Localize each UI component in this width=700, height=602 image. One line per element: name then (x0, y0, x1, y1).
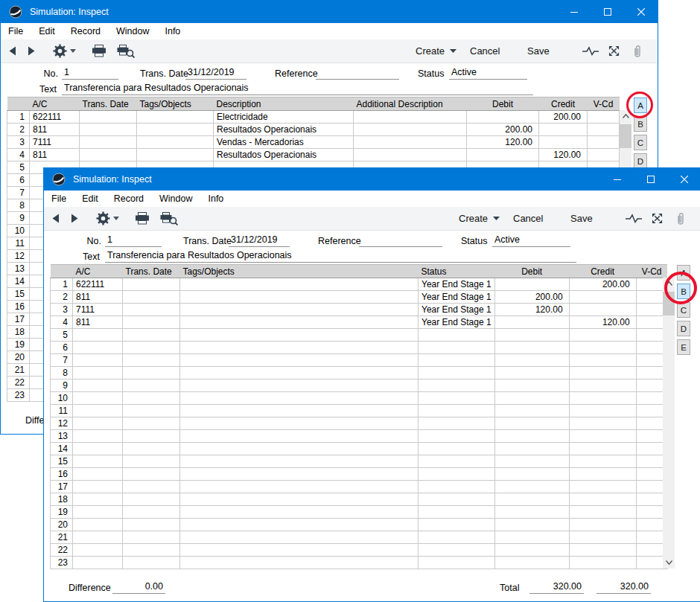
row-number[interactable]: 21 (7, 364, 30, 377)
cell-status[interactable] (419, 468, 495, 481)
menu-item-record[interactable]: Record (114, 193, 144, 204)
cell-tags[interactable] (180, 316, 419, 329)
cell-debit[interactable] (494, 443, 569, 455)
row-number[interactable]: 6 (51, 342, 73, 354)
row-number[interactable]: 19 (7, 339, 30, 351)
cell-credit[interactable] (569, 430, 636, 443)
maximize-button[interactable] (634, 168, 667, 190)
cell-credit[interactable] (569, 405, 636, 417)
cell-status[interactable] (419, 380, 495, 392)
cell-debit[interactable] (494, 519, 569, 531)
cell-status[interactable] (419, 430, 495, 443)
cell-ac[interactable]: 811 (30, 149, 80, 161)
row-number[interactable]: 3 (51, 304, 73, 316)
cell-status[interactable] (419, 544, 495, 557)
flip-tab-d[interactable]: D (634, 153, 647, 169)
row-number[interactable]: 22 (51, 544, 73, 557)
cell-debit[interactable] (494, 430, 569, 443)
row-number[interactable]: 19 (51, 506, 73, 519)
cell-date[interactable] (123, 493, 180, 506)
row-number[interactable]: 12 (7, 250, 30, 263)
titlebar[interactable]: Simulation: Inspect (44, 168, 700, 190)
cell-credit[interactable] (569, 455, 636, 468)
menu-item-file[interactable]: File (8, 26, 23, 36)
row-number[interactable]: 4 (7, 149, 30, 161)
print-preview-button[interactable] (160, 207, 178, 230)
cell-ac[interactable] (73, 557, 123, 569)
cell-credit[interactable] (569, 367, 636, 380)
cell-status[interactable] (419, 405, 495, 417)
row-number[interactable]: 22 (7, 377, 30, 389)
activity-pulse-icon[interactable] (626, 207, 642, 230)
cell-date[interactable] (123, 316, 180, 329)
maximize-button[interactable] (591, 1, 624, 23)
flip-tab-e[interactable]: E (677, 339, 690, 355)
row-number[interactable]: 17 (7, 313, 30, 326)
cell-debit[interactable] (494, 329, 569, 342)
row-number[interactable]: 20 (7, 351, 30, 364)
cell-vcd[interactable] (588, 124, 620, 136)
row-number[interactable]: 16 (7, 301, 30, 313)
cell-credit[interactable] (569, 468, 636, 481)
no-field[interactable]: 1 (105, 234, 162, 247)
cell-credit[interactable]: 120.00 (569, 316, 636, 329)
cell-status[interactable]: Year End Stage 1 (419, 278, 495, 291)
cell-ac[interactable]: 7111 (73, 304, 123, 316)
cell-ac[interactable] (73, 493, 123, 506)
row-number[interactable]: 3 (7, 136, 30, 149)
row-number[interactable]: 6 (7, 174, 30, 187)
cell-credit[interactable] (539, 136, 588, 149)
cell-debit[interactable]: 120.00 (494, 304, 569, 316)
cell-adesc[interactable] (354, 149, 467, 161)
cell-credit[interactable] (569, 506, 636, 519)
cell-ac[interactable] (73, 342, 123, 354)
row-number[interactable]: 13 (7, 263, 30, 275)
cell-debit[interactable] (467, 111, 539, 124)
menu-item-info[interactable]: Info (208, 193, 223, 204)
cell-ac[interactable] (73, 455, 123, 468)
cell-debit[interactable] (467, 149, 539, 161)
cell-ac[interactable]: 622111 (30, 111, 80, 124)
cell-status[interactable] (419, 354, 495, 367)
cell-debit[interactable] (494, 455, 569, 468)
next-record-button[interactable] (71, 207, 79, 230)
cell-debit[interactable] (494, 367, 569, 380)
cell-date[interactable] (123, 342, 180, 354)
cell-date[interactable] (80, 149, 137, 161)
row-number[interactable]: 4 (51, 316, 73, 329)
cell-debit[interactable] (494, 405, 569, 417)
row-number[interactable]: 10 (7, 225, 30, 237)
flip-tab-a[interactable]: A (634, 97, 647, 113)
cell-date[interactable] (123, 417, 180, 430)
create-button[interactable]: Create (459, 207, 500, 230)
next-record-button[interactable] (28, 39, 36, 63)
reference-field[interactable] (359, 234, 442, 247)
cell-debit[interactable] (494, 544, 569, 557)
operations-gear-button[interactable] (96, 207, 119, 230)
cancel-button[interactable]: Cancel (470, 39, 500, 63)
menu-item-record[interactable]: Record (71, 26, 101, 36)
flip-tab-c[interactable]: C (677, 302, 690, 318)
cancel-button[interactable]: Cancel (513, 207, 543, 230)
cell-tags[interactable] (180, 455, 419, 468)
cell-credit[interactable] (569, 481, 636, 493)
cell-credit[interactable]: 200.00 (539, 111, 588, 124)
row-number[interactable]: 18 (51, 493, 73, 506)
cell-status[interactable] (419, 342, 495, 354)
row-number[interactable]: 5 (51, 329, 73, 342)
cell-debit[interactable] (494, 380, 569, 392)
close-button[interactable] (624, 1, 658, 23)
minimize-button[interactable] (600, 168, 634, 190)
cell-credit[interactable] (569, 354, 636, 367)
cell-tags[interactable] (180, 405, 419, 417)
cell-date[interactable] (123, 304, 180, 316)
row-number[interactable]: 12 (51, 417, 73, 430)
cell-vcd[interactable] (588, 149, 620, 161)
cell-ac[interactable]: 811 (73, 291, 123, 304)
cell-desc[interactable]: Electricidade (214, 111, 354, 124)
cell-ac[interactable] (73, 329, 123, 342)
cell-debit[interactable] (494, 316, 569, 329)
cell-tags[interactable] (180, 354, 419, 367)
cell-ac[interactable] (73, 468, 123, 481)
cell-ac[interactable] (73, 531, 123, 544)
